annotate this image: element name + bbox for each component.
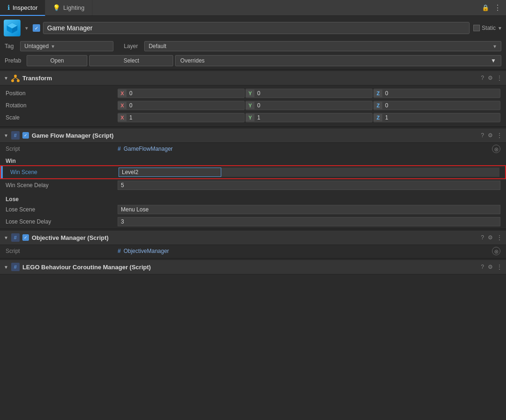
- more-icon[interactable]: ⋮: [494, 3, 501, 12]
- om-script-select-button[interactable]: ◎: [492, 247, 500, 255]
- tab-bar: ℹ Inspector 💡 Lighting 🔒 ⋮: [0, 0, 506, 16]
- objective-manager-header[interactable]: ▼ # ✓ Objective Manager (Script) ? ⚙ ⋮: [0, 230, 506, 245]
- svg-line-8: [15, 77, 18, 79]
- rotation-y-input[interactable]: [254, 101, 372, 110]
- lose-scene-delay-input[interactable]: [118, 217, 500, 226]
- rotation-x-input[interactable]: [126, 101, 244, 110]
- prefab-row: Prefab Open Select Overrides ▼: [0, 53, 506, 68]
- tag-value: Untagged: [24, 43, 49, 49]
- position-y-input[interactable]: [254, 89, 372, 98]
- gameobject-active-checkbox[interactable]: ✓: [33, 24, 40, 32]
- om-script-row: Script # ObjectiveManager ◎: [0, 245, 506, 257]
- om-script-name: ObjectiveManager: [124, 248, 169, 254]
- static-checkbox[interactable]: [473, 25, 480, 31]
- win-scene-delay-label: Win Scene Delay: [6, 182, 118, 189]
- scale-fields: X Y Z: [118, 113, 500, 122]
- transform-help-icon[interactable]: ?: [481, 75, 484, 81]
- gfm-script-select-button[interactable]: ◎: [492, 145, 500, 153]
- position-x-field: X: [118, 89, 245, 98]
- game-flow-manager-header[interactable]: ▼ # ✓ Game Flow Manager (Script) ? ⚙ ⋮: [0, 128, 506, 143]
- svg-point-6: [17, 79, 20, 82]
- om-script-label: Script: [6, 248, 118, 254]
- gameobject-name-input[interactable]: [43, 22, 470, 34]
- win-scene-row: Win Scene: [0, 165, 506, 179]
- position-z-label: Z: [374, 90, 382, 97]
- position-y-label: Y: [246, 90, 254, 97]
- position-row: Position X Y Z: [0, 87, 506, 99]
- om-help-icon[interactable]: ?: [481, 234, 484, 241]
- scale-x-input[interactable]: [126, 113, 244, 122]
- scale-y-input[interactable]: [254, 113, 372, 122]
- tab-lighting[interactable]: 💡 Lighting: [45, 0, 92, 15]
- layer-label: Layer: [124, 43, 138, 49]
- scale-z-input[interactable]: [382, 113, 500, 122]
- lego-header-icons: ? ⚙ ⋮: [481, 264, 502, 270]
- lego-help-icon[interactable]: ?: [481, 264, 484, 270]
- layer-dropdown[interactable]: Default ▼: [144, 41, 501, 51]
- gfm-script-name: GameFlowManager: [124, 146, 173, 152]
- divider-1: [0, 69, 506, 70]
- scale-row: Scale X Y Z: [0, 112, 506, 124]
- om-more-icon[interactable]: ⋮: [497, 234, 502, 241]
- rotation-z-input[interactable]: [382, 101, 500, 110]
- svg-line-7: [13, 77, 15, 79]
- lock-icon[interactable]: 🔒: [482, 4, 489, 11]
- transform-component-header[interactable]: ▼ Transform ? ⚙ ⋮: [0, 70, 506, 85]
- lose-scene-input[interactable]: [118, 205, 500, 214]
- lego-settings-icon[interactable]: ⚙: [488, 264, 493, 270]
- om-script-icon: #: [11, 233, 20, 242]
- om-settings-icon[interactable]: ⚙: [488, 234, 493, 241]
- lego-script-icon: #: [11, 263, 20, 271]
- gfm-more-icon[interactable]: ⋮: [497, 132, 502, 139]
- rotation-x-field: X: [118, 101, 245, 110]
- gfm-settings-icon[interactable]: ⚙: [488, 132, 493, 139]
- divider-2: [0, 126, 506, 127]
- rotation-y-field: Y: [246, 101, 372, 110]
- tab-inspector-label: Inspector: [13, 4, 37, 11]
- scale-z-field: Z: [373, 113, 500, 122]
- win-scene-input[interactable]: [119, 168, 221, 177]
- transform-settings-icon[interactable]: ⚙: [488, 75, 493, 81]
- lose-scene-delay-row: Lose Scene Delay: [0, 216, 506, 228]
- position-x-input[interactable]: [126, 89, 244, 98]
- divider-4: [0, 258, 506, 259]
- tab-inspector[interactable]: ℹ Inspector: [0, 0, 45, 16]
- rotation-x-label: X: [118, 102, 126, 109]
- gfm-script-hash-icon: #: [118, 146, 121, 152]
- win-scene-label: Win Scene: [7, 169, 119, 175]
- prefab-open-button[interactable]: Open: [27, 55, 87, 66]
- gfm-help-icon[interactable]: ?: [481, 132, 484, 139]
- position-z-input[interactable]: [382, 89, 500, 98]
- prefab-select-button[interactable]: Select: [89, 55, 173, 66]
- position-x-label: X: [118, 90, 126, 97]
- tag-layer-row: Tag Untagged ▼ Layer Default ▼: [0, 39, 506, 53]
- lego-manager-header[interactable]: ▼ # LEGO Behaviour Coroutine Manager (Sc…: [0, 259, 506, 274]
- win-scene-delay-input[interactable]: [118, 181, 500, 190]
- win-category-label: Win: [0, 155, 506, 165]
- om-active-checkbox[interactable]: ✓: [22, 234, 29, 241]
- lego-more-icon[interactable]: ⋮: [497, 264, 502, 270]
- lose-scene-label: Lose Scene: [6, 206, 118, 213]
- cube-icon: [4, 20, 21, 36]
- inspector-icon: ℹ: [7, 4, 10, 11]
- om-title: Objective Manager (Script): [32, 234, 478, 241]
- gfm-script-icon: #: [11, 131, 20, 140]
- rotation-fields: X Y Z: [118, 101, 500, 110]
- gfm-active-checkbox[interactable]: ✓: [22, 132, 29, 139]
- transform-more-icon[interactable]: ⋮: [497, 75, 502, 81]
- win-scene-delay-row: Win Scene Delay: [0, 179, 506, 191]
- chevron-down-icon: ▼: [24, 26, 29, 31]
- position-fields: X Y Z: [118, 89, 500, 98]
- static-arrow-icon[interactable]: ▼: [498, 26, 502, 31]
- position-z-field: Z: [373, 89, 500, 98]
- overrides-arrow-icon: ▼: [491, 57, 496, 64]
- divider-3: [0, 229, 506, 229]
- svg-point-5: [11, 79, 14, 82]
- lego-collapse-icon: ▼: [4, 265, 8, 270]
- rotation-label: Rotation: [6, 102, 118, 109]
- tag-dropdown[interactable]: Untagged ▼: [20, 41, 113, 51]
- lose-category-label: Lose: [0, 191, 506, 203]
- inspector-body: ▼ ✓ Static ▼ Tag Untagged ▼ Layer Defaul…: [0, 16, 506, 274]
- prefab-overrides-dropdown[interactable]: Overrides ▼: [175, 55, 501, 66]
- position-label: Position: [6, 90, 118, 97]
